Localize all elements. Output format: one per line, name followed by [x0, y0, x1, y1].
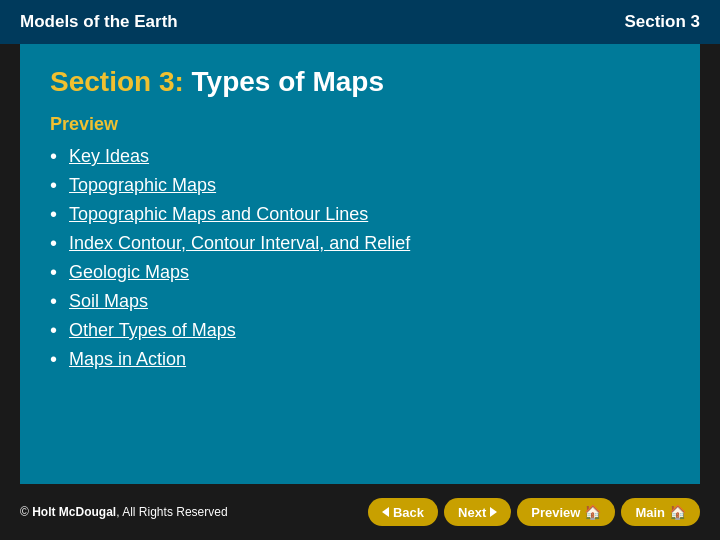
- link-geologic-maps[interactable]: Geologic Maps: [69, 262, 189, 283]
- list-item: Key Ideas: [50, 145, 670, 168]
- section-label: Section 3:: [50, 66, 184, 97]
- bottom-bar: © Holt McDougal, All Rights Reserved Bac…: [0, 484, 720, 540]
- top-bar-section: Section 3: [624, 12, 700, 32]
- preview-button[interactable]: Preview 🏠: [517, 498, 615, 526]
- next-arrow-icon: [490, 507, 497, 517]
- link-topographic-maps[interactable]: Topographic Maps: [69, 175, 216, 196]
- slide-content: Section 3: Types of Maps Preview Key Ide…: [20, 44, 700, 484]
- main-button[interactable]: Main 🏠: [621, 498, 700, 526]
- link-key-ideas[interactable]: Key Ideas: [69, 146, 149, 167]
- main-home-icon: 🏠: [669, 504, 686, 520]
- list-item: Index Contour, Contour Interval, and Rel…: [50, 232, 670, 255]
- preview-home-icon: 🏠: [584, 504, 601, 520]
- copyright: © Holt McDougal, All Rights Reserved: [20, 505, 228, 519]
- link-topographic-maps-contour[interactable]: Topographic Maps and Contour Lines: [69, 204, 368, 225]
- next-button[interactable]: Next: [444, 498, 511, 526]
- top-bar-title: Models of the Earth: [20, 12, 178, 32]
- link-maps-in-action[interactable]: Maps in Action: [69, 349, 186, 370]
- link-other-types[interactable]: Other Types of Maps: [69, 320, 236, 341]
- top-bar: Models of the Earth Section 3: [0, 0, 720, 44]
- link-soil-maps[interactable]: Soil Maps: [69, 291, 148, 312]
- list-item: Soil Maps: [50, 290, 670, 313]
- bullet-list: Key Ideas Topographic Maps Topographic M…: [50, 145, 670, 371]
- link-index-contour[interactable]: Index Contour, Contour Interval, and Rel…: [69, 233, 410, 254]
- back-arrow-icon: [382, 507, 389, 517]
- section-title-text: Types of Maps: [192, 66, 384, 97]
- list-item: Maps in Action: [50, 348, 670, 371]
- list-item: Geologic Maps: [50, 261, 670, 284]
- back-button[interactable]: Back: [368, 498, 438, 526]
- nav-buttons: Back Next Preview 🏠 Main 🏠: [368, 498, 700, 526]
- preview-label: Preview: [50, 114, 670, 135]
- section-title: Section 3: Types of Maps: [50, 66, 670, 98]
- list-item: Topographic Maps: [50, 174, 670, 197]
- list-item: Topographic Maps and Contour Lines: [50, 203, 670, 226]
- list-item: Other Types of Maps: [50, 319, 670, 342]
